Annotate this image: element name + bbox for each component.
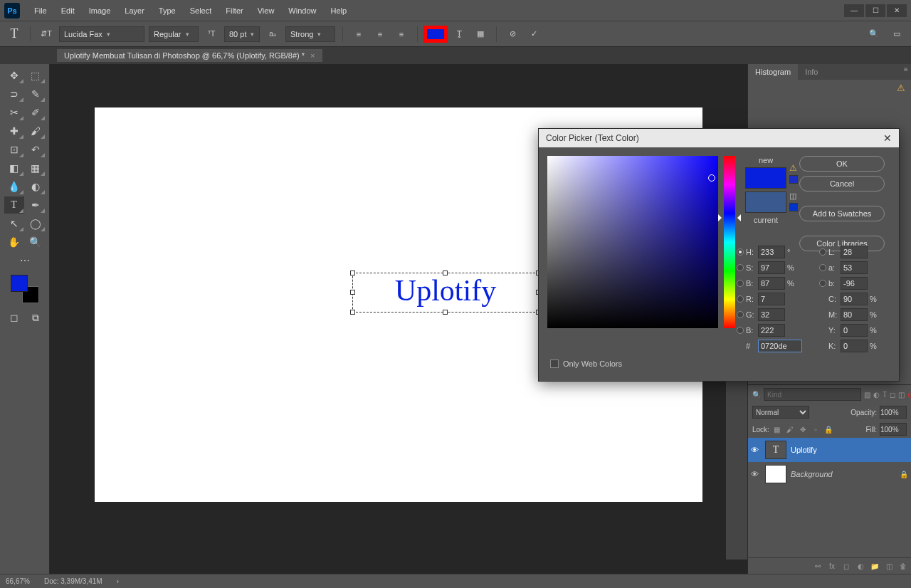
shape-tool[interactable]: ◯ [26,215,46,232]
add-swatches-button[interactable]: Add to Swatches [799,206,885,221]
hex-input[interactable] [758,340,802,352]
websafe-swatch[interactable] [789,203,798,211]
filter-smart-icon[interactable]: ◫ [898,389,905,399]
handle-bot-left[interactable] [350,310,355,315]
dialog-titlebar[interactable]: Color Picker (Text Color) ✕ [539,129,899,147]
k-input[interactable] [841,340,868,352]
cancel-button[interactable]: Cancel [799,176,885,191]
new-layer-icon[interactable]: ◫ [884,561,894,571]
r-radio[interactable] [737,295,744,303]
menu-help[interactable]: Help [323,4,354,18]
m-input[interactable] [841,308,868,321]
a-radio[interactable] [819,264,826,271]
stamp-tool[interactable]: ⊡ [4,141,24,158]
workspace-button[interactable]: ▭ [888,26,905,43]
search-icon[interactable]: 🔍 [865,26,883,43]
crop-tool[interactable]: ✂ [4,104,24,121]
filter-shape-icon[interactable]: ◻ [890,389,895,399]
gamut-swatch[interactable] [789,175,798,184]
lock-transparency-icon[interactable]: ▦ [772,424,782,434]
menu-filter[interactable]: Filter [218,4,250,18]
histogram-tab[interactable]: Histogram [748,64,798,80]
quick-mask-button[interactable]: ◻ [4,309,24,326]
menu-window[interactable]: Window [281,4,323,18]
layer-mask-icon[interactable]: ◻ [841,561,851,571]
g-radio[interactable] [737,311,744,318]
lock-brush-icon[interactable]: 🖌 [785,424,795,434]
web-colors-checkbox[interactable] [550,359,559,368]
s-radio[interactable] [737,264,744,271]
hand-tool[interactable]: ✋ [4,233,24,251]
filter-image-icon[interactable]: ▧ [864,389,870,399]
gamut-warning-icon[interactable]: ⚠ [789,163,798,173]
hue-pointer-right[interactable] [734,214,741,221]
handle-top-left[interactable] [350,271,355,275]
eyedropper-tool[interactable]: ✐ [26,104,46,121]
menu-layer[interactable]: Layer [117,4,152,18]
close-button[interactable]: ✕ [887,4,907,17]
align-left-button[interactable]: ≡ [350,26,367,43]
marquee-tool[interactable]: ⬚ [26,67,46,84]
history-brush-tool[interactable]: ↶ [26,141,46,158]
filter-icon[interactable]: 🔍 [752,389,761,399]
layer-name[interactable]: Uplotify [791,446,817,454]
a-input[interactable] [841,261,868,274]
hue-pointer-left[interactable] [718,214,725,221]
text-bounding-box[interactable]: Uplotify [352,273,539,313]
bv-radio[interactable] [737,280,744,287]
menu-file[interactable]: File [27,4,54,18]
menu-type[interactable]: Type [152,4,183,18]
layers-filter-input[interactable] [764,388,861,401]
color-field-cursor[interactable] [708,174,715,182]
commit-edit-button[interactable]: ✓ [525,26,542,43]
handle-mid-left[interactable] [350,290,355,295]
h-input[interactable] [758,246,785,258]
text-orientation-button[interactable]: ⇵T [38,26,55,43]
text-color-swatch[interactable] [425,27,446,41]
b-input[interactable] [841,277,868,290]
dodge-tool[interactable]: ◐ [26,178,46,195]
info-tab[interactable]: Info [798,64,825,80]
quick-select-tool[interactable]: ✎ [26,85,46,103]
lock-all-icon[interactable]: 🔒 [823,424,833,434]
blur-tool[interactable]: 💧 [4,178,24,195]
status-arrow-icon[interactable]: › [117,577,119,585]
gradient-tool[interactable]: ▦ [26,159,46,177]
type-tool[interactable]: T [4,196,24,214]
menu-select[interactable]: Select [183,4,219,18]
ok-button[interactable]: OK [799,156,885,172]
foreground-background-colors[interactable] [11,275,39,303]
close-tab-button[interactable]: × [310,51,315,60]
s-input[interactable] [758,261,785,274]
websafe-icon[interactable]: ◫ [789,191,798,201]
visibility-icon[interactable]: 👁 [751,446,761,454]
l-input[interactable] [841,246,868,258]
blend-mode-dropdown[interactable]: Normal [752,406,809,419]
align-center-button[interactable]: ≡ [372,26,389,43]
menu-edit[interactable]: Edit [54,4,82,18]
dialog-close-button[interactable]: ✕ [883,132,892,144]
l-radio[interactable] [819,248,826,256]
y-input[interactable] [841,324,868,337]
document-tab[interactable]: Uplotify Membuat Tulisan di Photoshop @ … [57,49,322,62]
screen-mode-button[interactable]: ⧉ [26,309,46,326]
lasso-tool[interactable]: ⊃ [4,85,24,103]
panel-menu-icon[interactable]: ≡ [901,64,911,74]
layer-background[interactable]: 👁 Background 🔒 [748,462,911,486]
more-tools[interactable]: ⋯ [15,252,35,269]
align-right-button[interactable]: ≡ [393,26,410,43]
filter-type-icon[interactable]: T [883,389,887,399]
eraser-tool[interactable]: ◧ [4,159,24,177]
font-size-dropdown[interactable]: 80 pt [224,26,260,42]
lock-move-icon[interactable]: ✥ [798,424,808,434]
bv-input[interactable] [758,277,785,290]
font-style-dropdown[interactable]: Regular [149,26,199,42]
visibility-icon[interactable]: 👁 [751,470,761,478]
filter-toggle-icon[interactable]: ⏻ [907,389,911,399]
current-color-swatch[interactable] [745,191,786,213]
opacity-input[interactable] [880,406,907,419]
b-radio[interactable] [819,280,826,287]
r-input[interactable] [758,293,785,305]
layer-uplotify[interactable]: 👁 T Uplotify [748,438,911,462]
zoom-tool[interactable]: 🔍 [26,233,46,251]
